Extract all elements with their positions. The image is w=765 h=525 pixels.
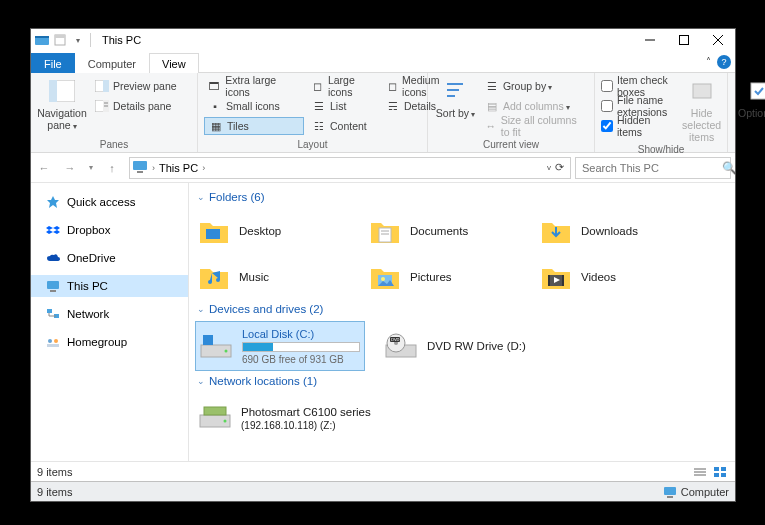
folder-tile-music[interactable]: Music — [195, 255, 350, 299]
folder-tile-desktop[interactable]: Desktop — [195, 209, 350, 253]
svg-text:DVD: DVD — [391, 337, 400, 342]
sort-by-button[interactable]: Sort by — [434, 75, 477, 119]
folder-icon — [368, 214, 402, 248]
section-network-header[interactable]: ⌄ Network locations (1) — [195, 371, 735, 393]
details-bar: 9 items Computer — [31, 481, 735, 501]
chevron-right-icon[interactable]: › — [152, 163, 155, 173]
folder-tile-pictures[interactable]: Pictures — [366, 255, 521, 299]
svg-marker-24 — [46, 226, 53, 230]
layout-tiles[interactable]: ▦Tiles — [204, 117, 304, 135]
drive-tile-dvd[interactable]: DVD DVD RW Drive (D:) — [381, 321, 551, 371]
breadcrumb[interactable]: › This PC › v ⟳ — [129, 157, 571, 179]
preview-pane-button[interactable]: Preview pane — [91, 77, 191, 95]
svg-rect-3 — [55, 35, 65, 38]
star-icon — [45, 194, 61, 210]
svg-marker-25 — [53, 226, 60, 230]
svg-point-57 — [224, 420, 227, 423]
svg-rect-66 — [667, 496, 673, 498]
folder-icon — [539, 214, 573, 248]
sidebar-item-thispc[interactable]: This PC — [31, 275, 188, 297]
check-file-extensions[interactable]: File name extensions — [601, 97, 678, 115]
options-button[interactable]: Options — [734, 75, 765, 119]
details-computer-label: Computer — [681, 486, 729, 498]
sidebar-item-network[interactable]: Network — [31, 303, 188, 325]
svg-rect-11 — [103, 80, 109, 92]
hide-selected-button[interactable]: Hide selected items — [682, 75, 721, 143]
details-pane-button[interactable]: Details pane — [91, 97, 191, 115]
sidebar-item-onedrive[interactable]: OneDrive — [31, 247, 188, 269]
svg-rect-64 — [721, 473, 726, 477]
window-title: This PC — [96, 34, 147, 46]
breadcrumb-location[interactable]: This PC — [159, 162, 198, 174]
chevron-right-icon[interactable]: › — [202, 163, 205, 173]
view-details-button[interactable] — [691, 465, 709, 479]
address-dropdown[interactable]: v — [547, 163, 551, 172]
forward-button[interactable]: → — [58, 156, 82, 180]
svg-point-49 — [225, 350, 228, 353]
svg-marker-26 — [46, 230, 53, 234]
navigation-pane-button[interactable]: Navigation pane — [37, 75, 87, 131]
network-icon — [45, 306, 61, 322]
network-tile-z[interactable]: Photosmart C6100 series (192.168.10.118)… — [195, 393, 395, 443]
svg-rect-61 — [714, 467, 719, 471]
tab-file[interactable]: File — [31, 53, 75, 73]
close-button[interactable] — [701, 29, 735, 51]
minimize-button[interactable] — [633, 29, 667, 51]
folder-tile-documents[interactable]: Documents — [366, 209, 521, 253]
folder-tile-downloads[interactable]: Downloads — [537, 209, 692, 253]
navigation-pane-label: Navigation pane — [37, 107, 87, 131]
maximize-button[interactable] — [667, 29, 701, 51]
size-columns-button[interactable]: ↔Size all columns to fit — [481, 117, 588, 135]
history-dropdown[interactable]: ▾ — [84, 156, 98, 180]
group-layout-label: Layout — [204, 138, 421, 152]
svg-rect-29 — [50, 290, 56, 292]
search-input[interactable] — [580, 161, 722, 175]
sidebar-item-homegroup[interactable]: Homegroup — [31, 331, 188, 353]
ribbon: Navigation pane Preview pane Details pan… — [31, 73, 735, 153]
qat-properties-icon[interactable] — [51, 31, 69, 49]
layout-content[interactable]: ☷Content — [308, 117, 378, 135]
help-icon[interactable]: ? — [717, 55, 731, 69]
details-pc-icon — [663, 486, 677, 498]
up-button[interactable]: ↑ — [100, 156, 124, 180]
collapse-ribbon-icon[interactable]: ˄ — [706, 56, 711, 67]
refresh-button[interactable]: ⟳ — [555, 161, 564, 174]
layout-list[interactable]: ☰List — [308, 97, 378, 115]
layout-small[interactable]: ▪Small icons — [204, 97, 304, 115]
drive-tile-c[interactable]: Local Disk (C:) 690 GB free of 931 GB — [195, 321, 365, 371]
section-folders-header[interactable]: ⌄ Folders (6) — [195, 187, 735, 209]
tab-view[interactable]: View — [149, 53, 199, 73]
navigation-sidebar: Quick access Dropbox OneDrive This PC Ne… — [31, 183, 189, 461]
add-columns-button[interactable]: ▤Add columns — [481, 97, 588, 115]
qat-dropdown-icon[interactable]: ▾ — [69, 31, 87, 49]
svg-marker-27 — [53, 230, 60, 234]
title-bar: ▾ This PC — [31, 29, 735, 51]
svg-rect-45 — [562, 275, 564, 286]
section-drives-header[interactable]: ⌄ Devices and drives (2) — [195, 299, 735, 321]
check-hidden-items[interactable]: Hidden items — [601, 117, 678, 135]
sidebar-item-dropbox[interactable]: Dropbox — [31, 219, 188, 241]
sidebar-item-quickaccess[interactable]: Quick access — [31, 191, 188, 213]
svg-rect-36 — [47, 344, 59, 347]
svg-point-35 — [54, 339, 58, 343]
check-item-checkboxes[interactable]: Item check boxes — [601, 77, 678, 95]
group-by-button[interactable]: ☰Group by — [481, 77, 588, 95]
cloud-icon — [45, 250, 61, 266]
capacity-bar — [242, 342, 360, 352]
svg-rect-38 — [379, 228, 391, 242]
view-tiles-button[interactable] — [711, 465, 729, 479]
folder-icon — [197, 260, 231, 294]
layout-large[interactable]: ◻Large icons — [308, 77, 378, 95]
app-icon[interactable] — [33, 31, 51, 49]
network-drive-icon — [197, 400, 233, 436]
svg-rect-28 — [47, 281, 59, 289]
content-area: ⌄ Folders (6) Desktop Documents Download… — [189, 183, 735, 461]
svg-rect-21 — [133, 161, 147, 170]
search-icon[interactable]: 🔍 — [722, 161, 737, 175]
search-box[interactable]: 🔍 — [575, 157, 731, 179]
folder-tile-videos[interactable]: Videos — [537, 255, 692, 299]
layout-extra-large[interactable]: 🗖Extra large icons — [204, 77, 304, 95]
svg-rect-22 — [137, 171, 143, 173]
tab-computer[interactable]: Computer — [75, 53, 149, 73]
back-button[interactable]: ← — [32, 156, 56, 180]
